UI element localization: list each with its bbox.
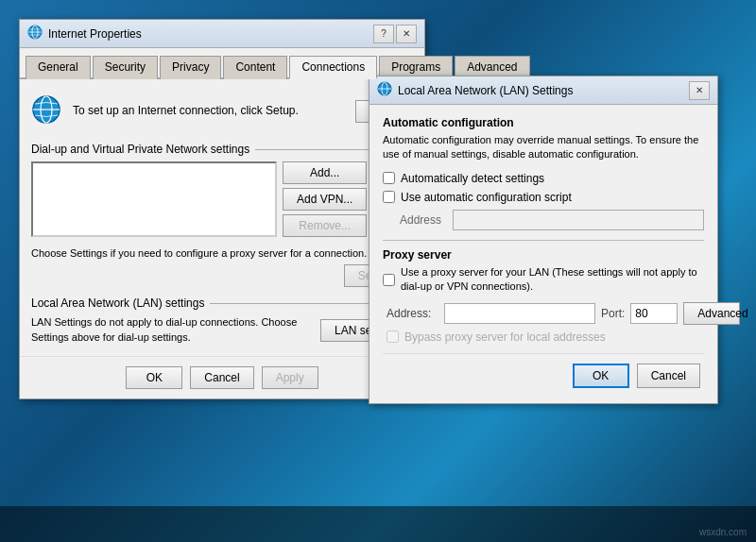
auto-config-title: Automatic configuration xyxy=(383,116,704,129)
lan-text: LAN Settings do not apply to dial-up con… xyxy=(31,315,313,345)
lan-settings-dialog: Local Area Network (LAN) Settings ✕ Auto… xyxy=(369,76,718,404)
address-row: Address xyxy=(383,210,704,230)
lan-ok-button[interactable]: OK xyxy=(573,364,629,388)
cancel-button[interactable]: Cancel xyxy=(190,366,253,389)
lan-section-label: Local Area Network (LAN) settings xyxy=(31,296,413,310)
proxy-text: Choose Settings if you need to configure… xyxy=(31,246,413,261)
proxy-server-label: Use a proxy server for your LAN (These s… xyxy=(401,265,704,295)
lan-row: LAN Settings do not apply to dial-up con… xyxy=(31,315,413,345)
proxy-address-input[interactable] xyxy=(444,303,595,324)
lan-settings-titlebar: Local Area Network (LAN) Settings ✕ xyxy=(369,76,717,105)
internet-properties-dialog: Internet Properties ? ✕ General Security… xyxy=(19,19,425,399)
lan-section: Local Area Network (LAN) settings LAN Se… xyxy=(31,296,413,345)
bypass-label: Bypass proxy server for local addresses xyxy=(404,330,606,344)
auto-detect-label: Automatically detect settings xyxy=(401,172,544,185)
dialup-section-label: Dial-up and Virtual Private Network sett… xyxy=(31,143,413,156)
ok-button[interactable]: OK xyxy=(126,366,182,389)
title-controls: ? ✕ xyxy=(373,25,417,43)
ok-cancel-row: OK Cancel Apply xyxy=(20,356,424,398)
vpn-row: Add... Add VPN... Remove... xyxy=(31,161,413,241)
config-address-input[interactable] xyxy=(453,210,704,230)
lan-icon xyxy=(377,81,392,99)
port-input[interactable]: 80 xyxy=(630,303,678,324)
proxy-addr-row: Address: Port: 80 Advanced xyxy=(383,302,704,325)
bypass-checkbox[interactable] xyxy=(387,330,399,343)
setup-row: To set up an Internet connection, click … xyxy=(31,91,413,131)
setup-text: To set up an Internet connection, click … xyxy=(73,103,344,119)
globe-icon xyxy=(31,94,61,127)
add-vpn-button[interactable]: Add VPN... xyxy=(283,188,367,211)
auto-script-row: Use automatic configuration script xyxy=(383,191,704,204)
internet-properties-titlebar: Internet Properties ? ✕ xyxy=(20,20,424,48)
lan-cancel-button[interactable]: Cancel xyxy=(637,364,700,388)
internet-properties-title: Internet Properties xyxy=(48,27,142,41)
tab-security[interactable]: Security xyxy=(93,56,158,79)
proxy-checkbox-row: Use a proxy server for your LAN (These s… xyxy=(383,265,704,295)
dialup-section: Dial-up and Virtual Private Network sett… xyxy=(31,143,413,287)
proxy-server-title: Proxy server xyxy=(383,248,704,262)
taskbar: wsxdn.com xyxy=(0,506,756,542)
internet-properties-icon xyxy=(27,25,43,42)
auto-script-checkbox[interactable] xyxy=(383,191,395,203)
apply-button[interactable]: Apply xyxy=(262,366,318,389)
add-button[interactable]: Add... xyxy=(283,161,367,184)
auto-detect-row: Automatically detect settings xyxy=(383,172,704,185)
tab-privacy[interactable]: Privacy xyxy=(160,56,221,79)
tab-connections[interactable]: Connections xyxy=(289,56,377,79)
watermark: wsxdn.com xyxy=(699,527,747,537)
tab-content[interactable]: Content xyxy=(223,56,287,79)
advanced-button[interactable]: Advanced xyxy=(683,302,740,325)
tabs-container: General Security Privacy Content Connect… xyxy=(20,48,424,79)
auto-detect-checkbox[interactable] xyxy=(383,172,395,184)
auto-config-desc: Automatic configuration may override man… xyxy=(383,133,704,162)
tab-general[interactable]: General xyxy=(26,56,91,79)
auto-script-label: Use automatic configuration script xyxy=(401,191,572,204)
vpn-listbox[interactable] xyxy=(31,161,277,237)
divider xyxy=(383,240,704,241)
address-label: Address: xyxy=(387,307,438,320)
close-button[interactable]: ✕ xyxy=(396,25,417,43)
port-label: Port: xyxy=(601,307,625,320)
lan-ok-cancel-row: OK Cancel xyxy=(383,353,704,392)
lan-dialog-body: Automatic configuration Automatic config… xyxy=(369,105,717,403)
vpn-buttons: Add... Add VPN... Remove... xyxy=(283,161,367,237)
bypass-row: Bypass proxy server for local addresses xyxy=(383,330,704,344)
address-placeholder-label: Address xyxy=(400,213,447,227)
lan-close-button[interactable]: ✕ xyxy=(689,81,710,100)
lan-settings-title: Local Area Network (LAN) Settings xyxy=(398,84,573,97)
connections-tab-body: To set up an Internet connection, click … xyxy=(20,79,424,356)
help-button[interactable]: ? xyxy=(373,25,394,43)
remove-button[interactable]: Remove... xyxy=(283,214,367,237)
proxy-server-checkbox[interactable] xyxy=(383,274,395,286)
